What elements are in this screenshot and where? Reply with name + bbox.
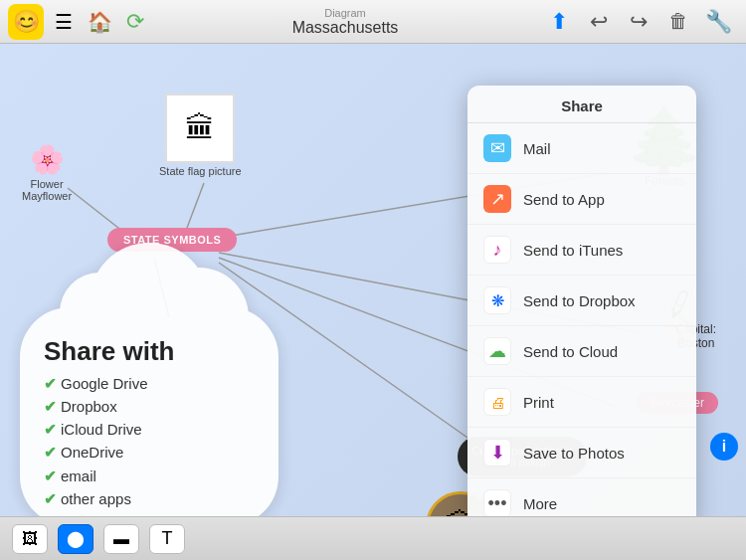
mind-map-canvas: 🌸 Flower Mayflower 🏛 State flag picture … [0,44,746,516]
share-more-item[interactable]: ••• More [467,478,696,516]
cloud-item-6: ✔other apps [44,487,265,510]
cloud-item-5: ✔email [44,465,265,487]
itunes-icon: ♪ [483,236,511,264]
cloud-icon: ☁ [483,337,511,365]
cloud-share-node: Share with ✔Google Drive ✔Dropbox ✔iClou… [20,307,298,516]
cloud-item-2: ✔Dropbox [44,395,265,418]
diagram-label: Diagram [159,7,531,19]
cloud-title: Share with [44,337,265,366]
dropbox-label: Send to Dropbox [523,292,636,309]
menu-icon[interactable]: ☰ [48,6,80,38]
cloud-item-3: ✔iCloud Drive [44,418,265,441]
save-photos-label: Save to Photos [523,445,625,462]
send-to-app-label: Send to App [523,191,605,208]
share-cloud-item[interactable]: ☁ Send to Cloud [467,326,696,377]
share-popup-header: Share [467,86,696,123]
settings-icon[interactable]: 🔧 [702,6,734,38]
dropbox-icon: ❋ [483,286,511,314]
share-print-item[interactable]: 🖨 Print [467,377,696,428]
flower-icon: 🌸 [30,143,65,176]
share-dropbox-item[interactable]: ❋ Send to Dropbox [467,276,696,326]
home-icon[interactable]: 🏠 [84,6,115,38]
redo-icon[interactable]: ↪ [623,6,654,38]
info-button[interactable]: i [710,433,738,461]
circle-tool[interactable]: ⬤ [58,524,93,554]
send-to-app-icon: ↗ [483,185,511,213]
save-photos-icon: ⬇ [483,439,511,467]
mail-label: Mail [523,140,551,157]
top-toolbar: 😊 ☰ 🏠 ⟳ Diagram Massachusetts ⬆ ↩ ↪ 🗑 🔧 [0,0,746,44]
cloud-item-1: ✔Google Drive [44,372,265,395]
share-mail-item[interactable]: ✉ Mail [467,123,696,174]
flag-label: State flag picture [159,165,242,177]
share-popup: Share ✉ Mail ↗ Send to App ♪ Send to iTu… [467,86,696,516]
state-symbols-node[interactable]: STATE SYMBOLS [107,228,237,252]
more-label: More [523,495,557,512]
cloud-item-4: ✔OneDrive [44,441,265,464]
undo-icon[interactable]: ↩ [583,6,615,38]
flag-image: 🏛 [165,93,235,163]
export-icon[interactable]: ⬆ [543,6,575,38]
share-nav-icon[interactable]: ⟳ [119,6,151,38]
print-label: Print [523,394,554,411]
share-photos-item[interactable]: ⬇ Save to Photos [467,428,696,478]
flower-node: 🌸 Flower Mayflower [22,143,72,202]
trash-icon[interactable]: 🗑 [662,6,694,38]
text-tool[interactable]: T [149,524,185,554]
cloud-content: Share with ✔Google Drive ✔Dropbox ✔iClou… [30,327,279,516]
diagram-title-area: Diagram Massachusetts [159,7,531,37]
itunes-label: Send to iTunes [523,242,623,259]
more-icon: ••• [483,489,511,516]
flag-node: 🏛 State flag picture [159,93,242,177]
rectangle-tool[interactable]: ▬ [103,524,139,554]
bottom-toolbar: 🖼 ⬤ ▬ T [0,516,746,560]
diagram-title: Massachusetts [159,19,531,37]
gallery-icon[interactable]: 🖼 [12,524,48,554]
print-icon: 🖨 [483,388,511,416]
flower-label: Flower Mayflower [22,178,72,202]
share-app-item[interactable]: ↗ Send to App [467,174,696,225]
share-itunes-item[interactable]: ♪ Send to iTunes [467,225,696,276]
send-to-cloud-label: Send to Cloud [523,343,618,360]
mail-icon: ✉ [483,134,511,162]
app-logo-icon[interactable]: 😊 [8,4,44,40]
